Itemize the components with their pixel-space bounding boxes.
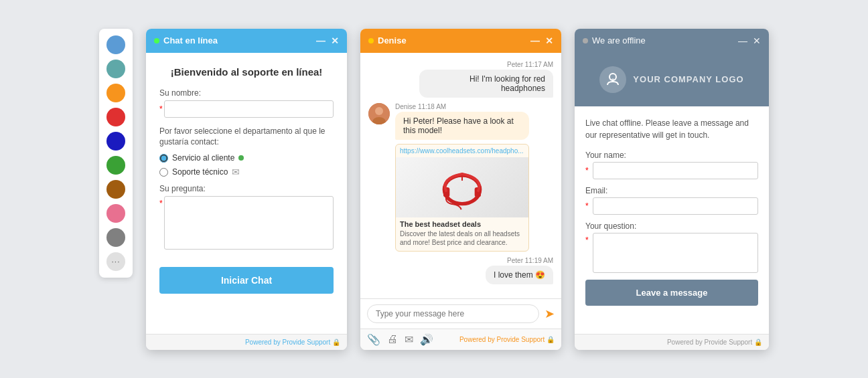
question-label: Su pregunta: (159, 184, 334, 193)
radio-servicio-input[interactable] (159, 154, 168, 163)
close-button-1[interactable]: ✕ (331, 35, 339, 46)
company-logo-icon (599, 66, 626, 93)
question-field-row: * (159, 196, 334, 250)
sidebar-color-blue[interactable] (106, 35, 125, 54)
offline-question-textarea[interactable] (593, 233, 758, 273)
msg-bubble-denise-1: Hi Peter! Please have a look at this mod… (395, 112, 529, 140)
main-wrapper: ··· Chat en línea — ✕ ¡Bienvenido al sop… (0, 15, 868, 363)
titlebar-controls-1: — ✕ (316, 35, 339, 46)
minimize-button-2[interactable]: — (530, 35, 540, 46)
message-denise-1: Denise 11:18 AM Hi Peter! Please have a … (368, 103, 553, 252)
preview-image (396, 157, 528, 217)
print-icon[interactable]: 🖨 (387, 333, 398, 345)
offline-name-input[interactable] (593, 162, 758, 179)
sidebar-color-gray[interactable] (106, 228, 125, 247)
window-offline: We are offline — ✕ YOUR COMPANY LOGO Liv… (575, 29, 769, 350)
title-left-2: Denise (368, 35, 407, 45)
denise-status-dot (368, 38, 374, 43)
chat-messages: Peter 11:17 AM Hi! I'm looking for red h… (360, 53, 561, 298)
offline-name-star: * (585, 166, 589, 175)
email-icon: ✉ (232, 167, 240, 177)
radio-servicio-label: Servicio al cliente (172, 153, 234, 163)
msg-meta-peter-2: Peter 11:19 AM (507, 257, 553, 264)
offline-question-label: Your question: (585, 221, 758, 231)
minimize-button-1[interactable]: — (316, 35, 326, 46)
preview-desc: Discover the latest deals on all headset… (396, 229, 528, 251)
svg-point-1 (375, 107, 383, 115)
sidebar-color-orange[interactable] (106, 84, 125, 102)
title-left-3: We are offline (583, 35, 646, 45)
radio-soporte-input[interactable] (159, 168, 168, 177)
link-preview-card: https://www.coolheadsets.com/headpho... (395, 144, 529, 252)
title-left-1: Chat en línea (154, 35, 218, 45)
start-chat-button[interactable]: Iniciar Chat (159, 267, 334, 294)
titlebar-controls-3: — ✕ (738, 35, 761, 46)
message-peter-2: Peter 11:19 AM I love them 😍 (368, 257, 553, 284)
sidebar-more-button[interactable]: ··· (106, 252, 125, 271)
minimize-button-3[interactable]: — (738, 35, 747, 46)
powered-by-2: Powered by Provide Support 🔒 (459, 336, 555, 343)
name-input[interactable] (164, 100, 334, 118)
question-section: Su pregunta: * (159, 184, 334, 250)
name-required-star: * (159, 104, 163, 114)
agent-avatar (368, 103, 390, 124)
servicio-status-dot (238, 155, 244, 161)
sidebar-color-brown[interactable] (106, 180, 125, 199)
powered-by-3: Powered by Provide Support 🔒 (575, 334, 769, 350)
window-chat-en-linea: Chat en línea — ✕ ¡Bienvenido al soporte… (146, 29, 347, 350)
preview-link[interactable]: https://www.coolheadsets.com/headpho... (396, 145, 528, 157)
sound-icon[interactable]: 🔊 (420, 333, 433, 346)
offline-email-star: * (585, 201, 589, 211)
chat-toolbar: 📎 🖨 ✉ 🔊 Powered by Provide Support 🔒 (360, 328, 561, 350)
name-field-row: * (159, 100, 334, 118)
denise-message-content: Denise 11:18 AM Hi Peter! Please have a … (395, 103, 529, 252)
company-logo-text: YOUR COMPANY LOGO (633, 74, 743, 84)
radio-soporte[interactable]: Soporte técnico ✉ (159, 167, 334, 177)
name-field-label: Su nombre: (159, 88, 334, 98)
send-button[interactable]: ➤ (545, 306, 555, 321)
welcome-text: ¡Bienvenido al soporte en línea! (159, 66, 334, 78)
dept-label: Por favor seleccione el departamento al … (159, 126, 334, 149)
radio-servicio[interactable]: Servicio al cliente (159, 153, 334, 163)
window-denise: Denise — ✕ Peter 11:17 AM Hi! I'm lookin… (360, 29, 561, 350)
close-button-3[interactable]: ✕ (753, 35, 761, 46)
offline-logo-area: YOUR COMPANY LOGO (575, 53, 769, 106)
titlebar-2: Denise — ✕ (360, 29, 561, 53)
offline-body: Live chat offline. Please leave a messag… (575, 106, 769, 334)
attachment-icon[interactable]: 📎 (367, 333, 380, 346)
sidebar-color-teal[interactable] (106, 60, 125, 78)
powered-by-1: Powered by Provide Support 🔒 (146, 334, 347, 350)
send-icon: ➤ (545, 306, 555, 321)
window1-title: Chat en línea (163, 35, 218, 45)
sidebar-color-pink[interactable] (106, 204, 125, 223)
offline-description: Live chat offline. Please leave a messag… (585, 117, 758, 141)
offline-question-row: * (585, 233, 758, 273)
chat-message-input[interactable] (367, 304, 539, 323)
titlebar-3: We are offline — ✕ (575, 29, 769, 53)
msg-bubble-peter-2: I love them 😍 (486, 266, 553, 284)
offline-status-dot (583, 38, 588, 43)
radio-soporte-label: Soporte técnico (172, 167, 228, 177)
offline-name-row: * (585, 162, 758, 179)
sidebar-color-navy[interactable] (106, 132, 125, 151)
titlebar-1: Chat en línea — ✕ (146, 29, 347, 53)
offline-name-label: Your name: (585, 151, 758, 160)
preview-title: The best headset deals (396, 217, 528, 229)
offline-question-star: * (585, 235, 589, 245)
email-toolbar-icon[interactable]: ✉ (405, 333, 413, 346)
close-button-2[interactable]: ✕ (545, 35, 553, 46)
msg-meta-peter-1: Peter 11:17 AM (507, 61, 553, 68)
sidebar: ··· (99, 29, 133, 278)
sidebar-color-red[interactable] (106, 108, 125, 126)
question-required-star: * (159, 199, 163, 208)
window3-title: We are offline (592, 35, 646, 45)
more-dots-icon: ··· (111, 257, 120, 266)
chat-input-area: ➤ (360, 298, 561, 328)
link-preview: https://www.coolheadsets.com/headpho... (395, 144, 529, 252)
sidebar-color-green[interactable] (106, 156, 125, 175)
leave-message-button[interactable]: Leave a message (585, 280, 758, 306)
offline-email-input[interactable] (593, 197, 758, 215)
question-textarea[interactable] (164, 196, 334, 250)
svg-point-8 (611, 78, 614, 81)
message-peter-1: Peter 11:17 AM Hi! I'm looking for red h… (368, 61, 553, 98)
